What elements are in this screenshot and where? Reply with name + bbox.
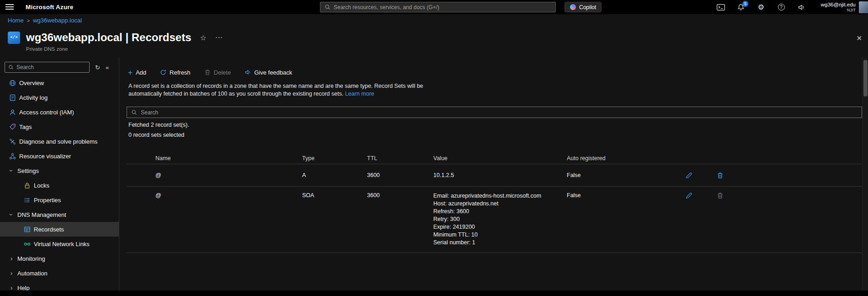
column-header-type[interactable]: Type xyxy=(302,155,367,161)
sidebar-item-properties[interactable]: Properties xyxy=(0,193,119,207)
cell-value: 10.1.2.5 xyxy=(433,172,567,178)
sidebar-item-recordsets[interactable]: Recordsets xyxy=(0,222,119,237)
global-search[interactable] xyxy=(320,2,556,12)
sidebar-collapse-icon[interactable]: « xyxy=(106,64,109,71)
sidebar-search[interactable] xyxy=(5,62,90,73)
notification-badge: 5 xyxy=(742,1,748,7)
page-title: wg36webapp.local | Recordsets xyxy=(26,31,192,44)
sidebar-item-label: Virtual Network Links xyxy=(34,241,90,248)
table-row[interactable]: @ SOA 3600 Email: azureprivatedns-host.m… xyxy=(127,187,862,253)
account-menu[interactable]: wg36@njit.edu NJIT xyxy=(804,2,856,12)
delete-button[interactable]: Delete xyxy=(204,69,231,76)
search-icon xyxy=(131,109,137,115)
edit-record-button[interactable] xyxy=(676,192,708,199)
chevron-down-icon: › xyxy=(8,212,15,217)
sidebar-item-label: Access control (IAM) xyxy=(19,109,74,116)
sidebar-menu: Overview Activity log Access control (IA… xyxy=(0,75,119,295)
search-icon xyxy=(325,4,330,10)
notifications-bell-icon[interactable]: 5 xyxy=(737,3,745,11)
sidebar-search-row: ↻ « xyxy=(5,62,109,73)
refresh-button[interactable]: Refresh xyxy=(160,69,191,76)
sidebar-group-label: Monitoring xyxy=(17,255,45,262)
sidebar-item-label: Locks xyxy=(34,182,49,189)
top-bar: Microsoft Azure Copilot 5 ⚙ ? wg36@njit.… xyxy=(0,0,868,14)
delete-record-button[interactable] xyxy=(708,172,862,179)
link-icon xyxy=(23,240,31,248)
soa-expire: Expire: 2419200 xyxy=(433,223,567,231)
sidebar-item-virtual-network-links[interactable]: Virtual Network Links xyxy=(0,237,119,251)
sidebar-item-resource-visualizer[interactable]: Resource visualizer xyxy=(0,149,119,163)
soa-host: Host: azureprivatedns.net xyxy=(433,200,567,208)
favorite-star-icon[interactable]: ☆ xyxy=(200,33,207,42)
table-header: Name Type TTL Value Auto registered xyxy=(127,152,862,164)
help-icon[interactable]: ? xyxy=(777,3,785,11)
copilot-icon xyxy=(570,4,576,10)
give-feedback-button[interactable]: Give feedback xyxy=(245,69,292,76)
breadcrumb-separator: > xyxy=(27,18,30,23)
hamburger-menu-icon[interactable] xyxy=(5,4,14,11)
cell-ttl: 3600 xyxy=(367,172,433,178)
chevron-right-icon: › xyxy=(9,270,14,276)
column-header-ttl[interactable]: TTL xyxy=(367,155,433,161)
properties-list-icon xyxy=(23,196,31,204)
help-question-glyph: ? xyxy=(778,4,785,11)
user-avatar[interactable] xyxy=(859,1,868,13)
sidebar-group-label: Settings xyxy=(17,167,39,174)
recordsets-table: Name Type TTL Value Auto registered @ A … xyxy=(127,152,862,253)
person-icon xyxy=(9,108,16,116)
breadcrumb-resource-link[interactable]: wg36webapp.local xyxy=(33,17,82,24)
tag-icon xyxy=(9,123,16,130)
column-header-name[interactable]: Name xyxy=(155,155,302,161)
copilot-button[interactable]: Copilot xyxy=(564,2,602,12)
account-email: wg36@njit.edu xyxy=(804,2,856,7)
sidebar-item-overview[interactable]: Overview xyxy=(0,75,119,90)
sidebar-group-dns-management[interactable]: › DNS Management xyxy=(0,207,119,222)
sidebar-item-access-control[interactable]: Access control (IAM) xyxy=(0,105,119,119)
soa-retry: Retry: 300 xyxy=(433,215,567,223)
sidebar-item-tags[interactable]: Tags xyxy=(0,119,119,134)
search-icon xyxy=(8,65,14,70)
cell-auto-registered: False xyxy=(567,172,676,178)
more-options-icon[interactable]: ··· xyxy=(215,33,223,42)
description-line-2-text: automatically fetched in batches of 100 … xyxy=(128,91,343,97)
global-search-input[interactable] xyxy=(334,4,551,11)
page-subtitle: Private DNS zone xyxy=(26,46,68,52)
recordsets-table-icon xyxy=(23,226,31,233)
cell-ttl: 3600 xyxy=(367,192,433,199)
sidebar-search-input[interactable] xyxy=(16,64,86,70)
sidebar: ↻ « Overview Activity log Access control… xyxy=(0,57,119,291)
chevron-down-icon: › xyxy=(8,168,15,173)
sidebar-item-diagnose[interactable]: Diagnose and solve problems xyxy=(0,134,119,149)
scrollbar-thumb[interactable] xyxy=(863,60,868,97)
close-blade-icon[interactable]: × xyxy=(857,33,862,43)
sidebar-item-locks[interactable]: Locks xyxy=(0,178,119,193)
sidebar-group-monitoring[interactable]: › Monitoring xyxy=(0,251,119,266)
settings-gear-icon[interactable]: ⚙ xyxy=(757,3,765,11)
soa-minimum-ttl: Minimum TTL: 10 xyxy=(433,231,567,239)
cell-type: SOA xyxy=(302,192,367,199)
recordset-search-input[interactable] xyxy=(141,109,857,116)
column-header-value[interactable]: Value xyxy=(433,155,567,161)
vertical-scrollbar[interactable] xyxy=(862,57,868,291)
private-dns-zone-icon: </> xyxy=(8,32,20,44)
recordset-search[interactable] xyxy=(127,107,862,118)
account-tenant: NJIT xyxy=(804,8,856,12)
breadcrumb-home-link[interactable]: Home xyxy=(8,17,24,24)
sidebar-group-automation[interactable]: › Automation xyxy=(0,266,119,280)
column-header-auto-registered[interactable]: Auto registered xyxy=(567,155,676,161)
sidebar-group-settings[interactable]: › Settings xyxy=(0,163,119,178)
delete-record-button-disabled xyxy=(708,192,862,199)
sidebar-item-label: Overview xyxy=(19,80,44,86)
cell-type: A xyxy=(302,172,367,178)
cloud-shell-icon[interactable] xyxy=(717,3,725,11)
cell-name: @ xyxy=(155,172,302,178)
sidebar-item-activity-log[interactable]: Activity log xyxy=(0,90,119,105)
sidebar-refresh-icon[interactable]: ↻ xyxy=(95,64,100,71)
add-button[interactable]: + Add xyxy=(128,69,146,76)
sidebar-item-label: Activity log xyxy=(19,94,48,101)
azure-brand[interactable]: Microsoft Azure xyxy=(26,4,74,11)
table-row[interactable]: @ A 3600 10.1.2.5 False xyxy=(127,164,862,187)
edit-record-button[interactable] xyxy=(676,172,708,179)
learn-more-link[interactable]: Learn more xyxy=(345,91,374,97)
description-line-1: A record set is a collection of records … xyxy=(128,82,423,90)
